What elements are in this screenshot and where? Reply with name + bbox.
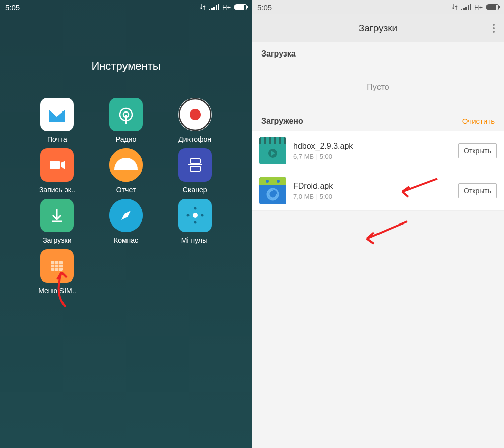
app-label: Компас bbox=[114, 236, 138, 244]
empty-state: Пусто bbox=[252, 64, 504, 109]
svg-point-13 bbox=[193, 213, 198, 218]
app-feedback[interactable]: Отчет bbox=[92, 148, 161, 194]
app-grid: Почта Радио Диктофон Запись эк.. bbox=[0, 98, 252, 295]
status-bar: 5:05 H+ bbox=[0, 0, 252, 14]
download-item-fdroid[interactable]: FDroid.apk 7,0 МБ | 5:00 Открыть bbox=[252, 171, 504, 210]
svg-point-16 bbox=[186, 214, 189, 217]
open-button[interactable]: Открыть bbox=[458, 183, 497, 198]
svg-rect-27 bbox=[276, 137, 279, 144]
download-name: FDroid.apk bbox=[293, 182, 451, 191]
svg-rect-24 bbox=[261, 137, 264, 144]
mail-icon bbox=[40, 98, 74, 131]
header-bar: Загрузки bbox=[252, 14, 504, 42]
battery-icon bbox=[486, 4, 499, 10]
svg-rect-28 bbox=[281, 137, 284, 144]
signal-icon bbox=[209, 4, 219, 10]
download-name: hdbox_2.9.3.apk bbox=[293, 142, 451, 151]
network-type: H+ bbox=[222, 4, 231, 11]
svg-point-32 bbox=[277, 180, 280, 183]
more-icon[interactable] bbox=[493, 24, 495, 33]
apk-thumb-icon bbox=[259, 137, 286, 164]
status-bar: 5:05 H+ bbox=[252, 0, 504, 14]
app-label: Почта bbox=[47, 135, 67, 143]
apk-thumb-icon bbox=[259, 177, 286, 204]
svg-point-4 bbox=[190, 109, 201, 120]
recorder-icon bbox=[178, 98, 212, 131]
app-label: Mi пульт bbox=[181, 236, 209, 244]
section-completed: Загружено Очистить bbox=[252, 109, 504, 131]
radio-icon bbox=[109, 98, 143, 131]
folder-title: Инструменты bbox=[0, 60, 252, 73]
status-time: 5:05 bbox=[257, 3, 272, 12]
download-list: hdbox_2.9.3.apk 6,7 МБ | 5:00 Открыть FD… bbox=[252, 131, 504, 211]
downloads-icon bbox=[40, 199, 74, 232]
status-icons: H+ bbox=[200, 4, 247, 11]
app-label: Радио bbox=[116, 135, 136, 143]
network-type: H+ bbox=[474, 4, 483, 11]
open-button[interactable]: Открыть bbox=[458, 143, 497, 158]
app-compass[interactable]: Компас bbox=[92, 199, 161, 244]
download-info: FDroid.apk 7,0 МБ | 5:00 bbox=[293, 182, 451, 200]
download-item-hdbox[interactable]: hdbox_2.9.3.apk 6,7 МБ | 5:00 Открыть bbox=[252, 131, 504, 171]
app-radio[interactable]: Радио bbox=[92, 98, 161, 143]
scanner-icon bbox=[178, 148, 212, 182]
screen-tools-folder: 5:05 H+ Инструменты Почта Радио bbox=[0, 0, 252, 448]
remote-icon bbox=[178, 199, 212, 232]
feedback-icon bbox=[109, 148, 143, 182]
svg-rect-25 bbox=[266, 137, 269, 144]
clear-button[interactable]: Очистить bbox=[462, 117, 495, 125]
app-label: Запись эк.. bbox=[39, 186, 75, 194]
section-title: Загрузка bbox=[261, 49, 296, 59]
screenrec-icon bbox=[40, 148, 74, 182]
battery-icon bbox=[234, 4, 247, 10]
app-recorder[interactable]: Диктофон bbox=[160, 98, 229, 143]
app-label: Сканер bbox=[183, 186, 207, 194]
app-sim-menu[interactable]: Меню SIM.. bbox=[23, 249, 92, 295]
svg-rect-5 bbox=[50, 161, 60, 169]
section-title: Загружено bbox=[261, 117, 303, 126]
signal-icon bbox=[461, 4, 471, 10]
app-mail[interactable]: Почта bbox=[23, 98, 92, 143]
data-transfer-icon bbox=[452, 4, 458, 11]
compass-icon bbox=[109, 199, 143, 232]
section-in-progress: Загрузка bbox=[252, 42, 504, 64]
app-mi-remote[interactable]: Mi пульт bbox=[160, 199, 229, 244]
status-time: 5:05 bbox=[5, 3, 20, 12]
app-label: Меню SIM.. bbox=[38, 287, 76, 295]
svg-point-14 bbox=[194, 207, 196, 210]
app-label: Загрузки bbox=[43, 236, 71, 244]
svg-rect-8 bbox=[190, 166, 200, 171]
download-info: hdbox_2.9.3.apk 6,7 МБ | 5:00 bbox=[293, 142, 451, 160]
annotation-arrow-icon bbox=[363, 219, 408, 247]
status-icons: H+ bbox=[452, 4, 499, 11]
app-scanner[interactable]: Сканер bbox=[160, 148, 229, 194]
svg-point-17 bbox=[201, 214, 203, 217]
app-label: Диктофон bbox=[178, 135, 211, 143]
svg-rect-18 bbox=[51, 261, 63, 271]
svg-rect-26 bbox=[271, 137, 274, 144]
download-meta: 6,7 МБ | 5:00 bbox=[293, 153, 451, 160]
svg-point-31 bbox=[266, 180, 269, 183]
svg-rect-30 bbox=[259, 177, 286, 185]
app-label: Отчет bbox=[116, 186, 136, 194]
app-downloads[interactable]: Загрузки bbox=[23, 199, 92, 244]
data-transfer-icon bbox=[200, 4, 206, 11]
svg-point-15 bbox=[194, 221, 196, 224]
header-title: Загрузки bbox=[359, 23, 397, 34]
screen-downloads: 5:05 H+ Загрузки Загрузка Пусто Загружен… bbox=[252, 0, 504, 448]
svg-rect-7 bbox=[190, 159, 200, 163]
app-screen-recorder[interactable]: Запись эк.. bbox=[23, 148, 92, 194]
download-meta: 7,0 МБ | 5:00 bbox=[293, 193, 451, 200]
sim-icon bbox=[40, 249, 74, 283]
